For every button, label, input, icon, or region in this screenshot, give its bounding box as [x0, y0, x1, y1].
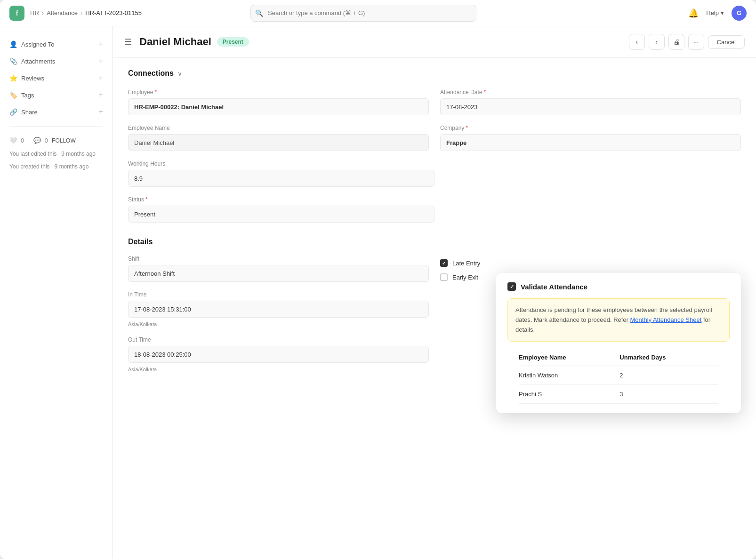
next-button[interactable]: › — [649, 34, 665, 50]
status-row: Status * — [128, 196, 434, 223]
sidebar-meta: 🤍 0 · 💬 0 FOLLOW You last edited this · … — [0, 132, 113, 176]
help-label: Help — [706, 9, 719, 16]
table-header-employee-name: Employee Name — [519, 349, 619, 366]
table-row: Kristin Watson2 — [519, 366, 718, 385]
help-button[interactable]: Help ▾ — [706, 9, 724, 16]
shift-input[interactable] — [128, 265, 429, 282]
modal-title: Validate Attendance — [521, 283, 587, 291]
early-exit-checkbox[interactable] — [440, 273, 448, 281]
attendance-date-input[interactable] — [440, 98, 741, 115]
search-icon: 🔍 — [255, 9, 263, 17]
dot-separator: · — [28, 137, 30, 144]
modal-table-wrap: Employee Name Unmarked Days Kristin Wats… — [496, 349, 741, 413]
out-time-tz: Asia/Kolkata — [128, 367, 429, 372]
page-header: ☰ Daniel Michael Present ‹ › 🖨 ··· Cance… — [113, 26, 756, 58]
heart-icon[interactable]: 🤍 — [9, 137, 17, 144]
breadcrumb-sep2: › — [80, 9, 82, 16]
breadcrumb-attendance[interactable]: Attendance — [47, 9, 78, 16]
unmarked-days-cell: 3 — [619, 385, 718, 404]
in-time-label: In Time — [128, 291, 429, 298]
employee-name-cell: Kristin Watson — [519, 366, 619, 385]
employee-required: * — [154, 89, 157, 96]
breadcrumb-sep1: › — [42, 9, 44, 16]
nav-right: 🔔 Help ▾ G — [688, 6, 747, 21]
attendance-date-label: Attendance Date * — [440, 89, 741, 96]
table-header-unmarked-days: Unmarked Days — [619, 349, 718, 366]
comment-icon[interactable]: 💬 — [33, 137, 41, 144]
print-button[interactable]: 🖨 — [668, 34, 684, 50]
avatar[interactable]: G — [732, 6, 747, 21]
assigned-to-label: Assigned To — [21, 41, 55, 48]
sidebar-item-tags[interactable]: 🏷️ Tags + — [0, 87, 113, 104]
in-time-input[interactable] — [128, 301, 429, 318]
connections-chevron-icon[interactable]: ∨ — [177, 70, 182, 77]
logo-text: f — [16, 9, 18, 17]
early-exit-label: Early Exit — [452, 274, 478, 281]
company-label: Company * — [440, 125, 741, 131]
working-hours-input[interactable] — [128, 170, 434, 187]
sidebar-item-attachments[interactable]: 📎 Attachments + — [0, 53, 113, 70]
top-nav: f HR › Attendance › HR-ATT-2023-01155 🔍 … — [0, 0, 756, 26]
hamburger-icon[interactable]: ☰ — [124, 37, 132, 47]
share-icon: 🔗 — [9, 108, 17, 116]
search-input[interactable] — [250, 5, 476, 22]
employee-name-cell: Prachi S — [519, 385, 619, 404]
validate-attendance-modal: Validate Attendance Attendance is pendin… — [496, 273, 741, 413]
employee-label: Employee * — [128, 89, 429, 96]
status-badge: Present — [217, 37, 249, 47]
share-add-icon[interactable]: + — [99, 108, 103, 116]
company-input[interactable] — [440, 134, 741, 151]
late-entry-label: Late Entry — [452, 260, 480, 267]
attachments-add-icon[interactable]: + — [99, 57, 103, 65]
out-time-field-group: Out Time Asia/Kolkata — [128, 336, 429, 372]
avatar-initial: G — [737, 9, 741, 16]
help-chevron-icon: ▾ — [721, 9, 724, 16]
monthly-attendance-link[interactable]: Monthly Attendance Sheet — [630, 316, 702, 323]
unmarked-days-cell: 2 — [619, 366, 718, 385]
status-field-group: Status * — [128, 196, 434, 223]
late-entry-checkbox-row[interactable]: Late Entry — [440, 259, 741, 267]
search-bar: 🔍 — [250, 5, 476, 22]
validate-attendance-checkbox[interactable] — [507, 282, 516, 291]
sidebar-item-reviews[interactable]: ⭐ Reviews + — [0, 70, 113, 87]
late-entry-checkbox[interactable] — [440, 259, 448, 267]
employee-name-label: Employee Name — [128, 125, 429, 131]
connections-title: Connections — [128, 69, 174, 78]
sidebar-item-assigned-to[interactable]: 👤 Assigned To + — [0, 36, 113, 53]
in-time-field-group: In Time Asia/Kolkata — [128, 291, 429, 327]
tags-icon: 🏷️ — [9, 91, 17, 99]
assigned-to-icon: 👤 — [9, 40, 17, 48]
status-label: Status * — [128, 196, 434, 203]
employee-input[interactable] — [128, 98, 429, 115]
working-hours-label: Working Hours — [128, 160, 434, 167]
modal-header: Validate Attendance — [496, 273, 741, 298]
assigned-to-add-icon[interactable]: + — [99, 40, 103, 48]
more-options-button[interactable]: ··· — [688, 34, 704, 50]
reviews-add-icon[interactable]: + — [99, 74, 103, 82]
employee-name-input — [128, 134, 429, 151]
created-text: You created this · 9 months ago — [9, 162, 103, 171]
tags-add-icon[interactable]: + — [99, 91, 103, 99]
sidebar-divider — [9, 126, 103, 127]
tags-label: Tags — [21, 92, 34, 99]
page-title: Daniel Michael — [139, 36, 211, 48]
cancel-button[interactable]: Cancel — [708, 35, 745, 49]
attendance-date-required: * — [483, 89, 486, 96]
out-time-input[interactable] — [128, 346, 429, 363]
out-time-label: Out Time — [128, 336, 429, 343]
company-field-group: Company * — [440, 125, 741, 151]
status-input[interactable] — [128, 206, 434, 223]
employee-field-group: Employee * — [128, 89, 429, 115]
prev-button[interactable]: ‹ — [629, 34, 645, 50]
sidebar-item-share[interactable]: 🔗 Share + — [0, 104, 113, 120]
breadcrumb-hr[interactable]: HR — [30, 9, 39, 16]
notification-bell-icon[interactable]: 🔔 — [688, 8, 699, 18]
app-logo[interactable]: f — [9, 6, 24, 21]
employee-date-row: Employee * Attendance Date * — [128, 89, 741, 115]
follow-button[interactable]: FOLLOW — [52, 137, 76, 144]
breadcrumb: HR › Attendance › HR-ATT-2023-01155 — [30, 9, 142, 16]
employee-name-field-group: Employee Name — [128, 125, 429, 151]
last-edited-text: You last edited this · 9 months ago — [9, 150, 103, 159]
like-comment-row: 🤍 0 · 💬 0 FOLLOW — [9, 137, 103, 144]
comment-count: 0 — [45, 137, 48, 144]
